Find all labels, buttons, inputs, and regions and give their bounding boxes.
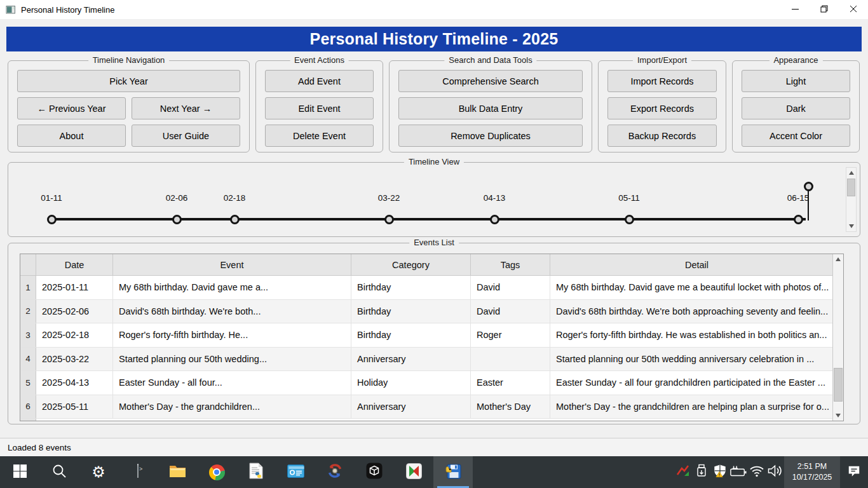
- taskbar-media-button[interactable]: [394, 456, 433, 488]
- add-event-button[interactable]: Add Event: [265, 70, 374, 92]
- timeline-event-marker-01-11[interactable]: [47, 215, 57, 224]
- accent-color-button[interactable]: Accent Color: [742, 125, 850, 147]
- cell-event: Roger's forty-fifth birthday. He...: [113, 323, 351, 347]
- file-explorer-icon: [169, 464, 186, 480]
- taskbar-start-button[interactable]: [0, 456, 39, 488]
- cell-category: Birthday: [351, 300, 471, 323]
- taskbar: ⚙2:51 PM10/17/2025: [0, 456, 868, 488]
- timeline-event-marker-05-11[interactable]: [625, 215, 634, 224]
- previous-year-button[interactable]: ← Previous Year: [17, 97, 126, 119]
- timeline-event-marker-02-18[interactable]: [230, 215, 240, 224]
- taskbar-timeline-app-button[interactable]: [433, 456, 473, 488]
- close-button[interactable]: [839, 0, 868, 19]
- cell-date: 2025-02-18: [36, 323, 113, 347]
- cell-date: 2025-01-11: [36, 276, 113, 299]
- column-header-detail[interactable]: Detail: [550, 254, 843, 275]
- taskbar-terminal-button[interactable]: [118, 456, 158, 488]
- group-title: Timeline Navigation: [88, 55, 170, 65]
- row-number-stub: [20, 419, 36, 421]
- taskbar-chrome-button[interactable]: [197, 456, 236, 488]
- timeline-view-group: Timeline View 01-1102-0602-1803-2204-130…: [8, 162, 860, 237]
- timeline-event-marker-06-15[interactable]: [794, 215, 803, 224]
- cell-category: Birthday: [351, 323, 471, 347]
- taskbar-contact-card-button[interactable]: [276, 456, 315, 488]
- cell-event: David's 68th birthday. We're both...: [113, 300, 351, 323]
- cell-date: 2025-05-11: [36, 395, 113, 419]
- timeline-view-title: Timeline View: [404, 157, 464, 166]
- action-center-icon: [847, 464, 861, 480]
- close-icon: [850, 4, 857, 15]
- timeline-scroll-down-button[interactable]: [846, 221, 856, 231]
- table-row-1[interactable]: 12025-01-11My 68th birthday. David gave …: [20, 276, 843, 300]
- timeline-event-marker-03-22[interactable]: [384, 215, 394, 224]
- edit-event-button[interactable]: Edit Event: [265, 97, 374, 119]
- import-records-button[interactable]: Import Records: [607, 70, 717, 92]
- taskbar-settings-button[interactable]: ⚙: [79, 456, 118, 488]
- timeline-canvas[interactable]: 01-1102-0602-1803-2204-1305-1106-15: [15, 168, 841, 231]
- timeline-date-label: 04-13: [479, 193, 510, 203]
- table-row-6[interactable]: 62025-05-11Mother's Day - the grandchild…: [20, 395, 843, 419]
- timeline-date-label: 03-22: [374, 193, 404, 203]
- dark-button[interactable]: Dark: [742, 97, 850, 119]
- column-header-tags[interactable]: Tags: [471, 254, 550, 275]
- timeline-event-marker-04-13[interactable]: [490, 215, 499, 224]
- tray-usb-device-button[interactable]: [692, 456, 710, 488]
- scroll-up-icon: [849, 171, 854, 175]
- events-scroll-up-button[interactable]: [833, 254, 843, 264]
- events-scrollbar[interactable]: [832, 254, 843, 421]
- app-header-banner: Personal History Timeline - 2025: [6, 27, 862, 51]
- events-scroll-down-button[interactable]: [833, 410, 843, 421]
- cell-detail: My 68th birthday. David gave me a beauti…: [550, 276, 843, 299]
- remove-duplicates-button[interactable]: Remove Duplicates: [398, 125, 583, 147]
- group-title: Import/Export: [633, 55, 691, 65]
- light-button[interactable]: Light: [742, 70, 850, 92]
- timeline-event-marker-02-06[interactable]: [172, 215, 182, 224]
- volume-icon: [767, 464, 783, 480]
- cell-category: Anniversary: [351, 395, 471, 419]
- timeline-scroll-up-button[interactable]: [846, 168, 856, 178]
- tray-wifi-button[interactable]: [747, 456, 766, 488]
- timeline-scrollbar-thumb[interactable]: [847, 179, 855, 196]
- column-header-category[interactable]: Category: [351, 254, 471, 275]
- events-scrollbar-thumb[interactable]: [834, 368, 843, 402]
- app-window-icon: [6, 4, 16, 15]
- export-records-button[interactable]: Export Records: [607, 97, 717, 119]
- column-header-event[interactable]: Event: [113, 254, 351, 275]
- bulk-data-entry-button[interactable]: Bulk Data Entry: [398, 97, 583, 119]
- button-grid: Pick Year← Previous YearNext Year →About…: [8, 61, 249, 147]
- tray-battery-button[interactable]: [729, 456, 747, 488]
- tray-stock-chart-button[interactable]: [674, 456, 692, 488]
- table-row-4[interactable]: 42025-03-22Started planning our 50th wed…: [20, 348, 843, 372]
- tray-volume-button[interactable]: [766, 456, 784, 488]
- taskbar-cube-button[interactable]: [355, 456, 394, 488]
- table-row-3[interactable]: 32025-02-18Roger's forty-fifth birthday.…: [20, 323, 843, 348]
- taskbar-search-button[interactable]: [39, 456, 79, 488]
- group-timeline-navigation: Timeline NavigationPick Year← Previous Y…: [8, 60, 250, 152]
- taskbar-file-explorer-button[interactable]: [158, 456, 197, 488]
- timeline-date-label: 05-11: [614, 193, 644, 203]
- taskbar-python-file-button[interactable]: [236, 456, 276, 488]
- timeline-app-icon: [445, 463, 462, 482]
- cell-detail: Started planning our 50th wedding annive…: [550, 348, 843, 371]
- minimize-button[interactable]: [780, 0, 810, 19]
- clock[interactable]: 2:51 PM10/17/2025: [784, 456, 840, 488]
- timeline-scrollbar[interactable]: [846, 167, 857, 232]
- column-header-date[interactable]: Date: [36, 254, 113, 275]
- minimize-icon: [792, 4, 799, 15]
- table-row-5[interactable]: 52025-04-13Easter Sunday - all four...Ho…: [20, 371, 843, 395]
- restore-button[interactable]: [810, 0, 839, 19]
- button-grid: Comprehensive SearchBulk Data EntryRemov…: [390, 61, 592, 147]
- action-center-button[interactable]: [840, 456, 868, 488]
- taskbar-sync-button[interactable]: [315, 456, 355, 488]
- comprehensive-search-button[interactable]: Comprehensive Search: [398, 70, 583, 92]
- delete-event-button[interactable]: Delete Event: [265, 125, 374, 147]
- tray-security-shield-button[interactable]: [710, 456, 729, 488]
- about-button[interactable]: About: [17, 125, 126, 147]
- timeline-event-marker-raised[interactable]: [804, 182, 813, 191]
- table-row-2[interactable]: 22025-02-06David's 68th birthday. We're …: [20, 300, 843, 324]
- next-year-button[interactable]: Next Year →: [132, 97, 240, 119]
- user-guide-button[interactable]: User Guide: [132, 125, 240, 147]
- cell-date: 2025-02-06: [36, 300, 113, 323]
- backup-records-button[interactable]: Backup Records: [607, 125, 717, 147]
- pick-year-button[interactable]: Pick Year: [17, 70, 240, 92]
